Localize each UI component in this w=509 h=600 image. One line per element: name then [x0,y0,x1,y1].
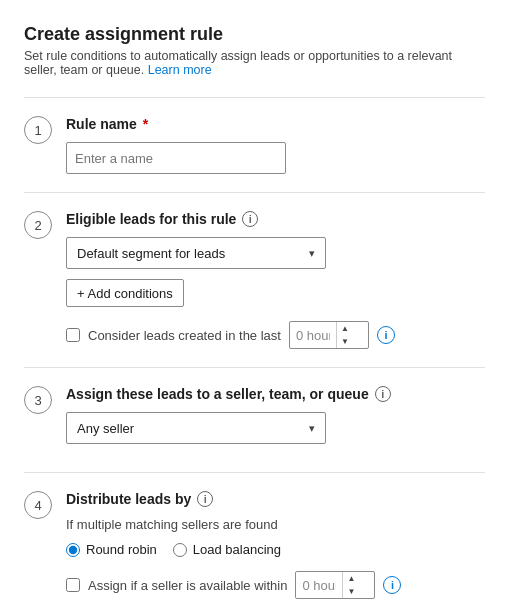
required-indicator: * [143,116,148,132]
hours-down-arrow[interactable]: ▼ [337,335,353,348]
section-content-distribute: Distribute leads by i If multiple matchi… [66,491,485,600]
round-robin-radio[interactable] [66,543,80,557]
consider-leads-text: Consider leads created in the last [88,328,281,343]
consider-leads-checkbox[interactable] [66,328,80,342]
section-number-1: 1 [24,116,52,144]
load-balancing-radio[interactable] [173,543,187,557]
spinner-arrows: ▲ ▼ [336,322,353,348]
section-content-assign: Assign these leads to a seller, team, or… [66,386,485,454]
segment-dropdown-value: Default segment for leads [77,246,225,261]
hours-up-arrow[interactable]: ▲ [337,322,353,335]
assign-available-info-icon: i [383,576,401,594]
section-number-3: 3 [24,386,52,414]
available-hours-spinner: ▲ ▼ [295,571,375,599]
seller-dropdown[interactable]: Any seller ▾ [66,412,326,444]
distribute-description: If multiple matching sellers are found [66,517,485,532]
section-content-eligible-leads: Eligible leads for this rule i Default s… [66,211,485,349]
section-eligible-leads: 2 Eligible leads for this rule i Default… [24,192,485,367]
section-number-4: 4 [24,491,52,519]
distribute-label: Distribute leads by i [66,491,485,507]
page-title: Create assignment rule [24,24,485,45]
subtitle-text: Set rule conditions to automatically ass… [24,49,452,77]
load-balancing-label: Load balancing [193,542,281,557]
add-conditions-button[interactable]: + Add conditions [66,279,184,307]
rule-name-input[interactable] [66,142,286,174]
rule-name-label: Rule name * [66,116,485,132]
load-balancing-option[interactable]: Load balancing [173,542,281,557]
section-distribute-leads: 4 Distribute leads by i If multiple matc… [24,472,485,600]
segment-dropdown[interactable]: Default segment for leads ▾ [66,237,326,269]
available-hours-up-arrow[interactable]: ▲ [343,572,359,585]
assign-info-icon: i [375,386,391,402]
consider-info-icon: i [377,326,395,344]
distribute-info-icon: i [197,491,213,507]
add-conditions-label: + Add conditions [77,286,173,301]
round-robin-option[interactable]: Round robin [66,542,157,557]
hours-input[interactable] [290,322,336,348]
assign-available-row: Assign if a seller is available within ▲… [66,571,485,599]
seller-dropdown-value: Any seller [77,421,134,436]
assign-available-text: Assign if a seller is available within [88,578,287,593]
seller-dropdown-chevron: ▾ [309,422,315,435]
section-assign-leads: 3 Assign these leads to a seller, team, … [24,367,485,472]
section-content-rule-name: Rule name * [66,116,485,174]
segment-dropdown-chevron: ▾ [309,247,315,260]
page-subtitle: Set rule conditions to automatically ass… [24,49,485,77]
section-number-2: 2 [24,211,52,239]
eligible-leads-label: Eligible leads for this rule i [66,211,485,227]
available-hours-down-arrow[interactable]: ▼ [343,585,359,598]
eligible-leads-info-icon: i [242,211,258,227]
assign-available-checkbox[interactable] [66,578,80,592]
section-rule-name: 1 Rule name * [24,97,485,192]
distribution-radio-group: Round robin Load balancing [66,542,485,557]
consider-leads-row: Consider leads created in the last ▲ ▼ i [66,321,485,349]
learn-more-link[interactable]: Learn more [148,63,212,77]
hours-spinner: ▲ ▼ [289,321,369,349]
available-hours-input[interactable] [296,572,342,598]
assign-label: Assign these leads to a seller, team, or… [66,386,485,402]
round-robin-label: Round robin [86,542,157,557]
available-spinner-arrows: ▲ ▼ [342,572,359,598]
